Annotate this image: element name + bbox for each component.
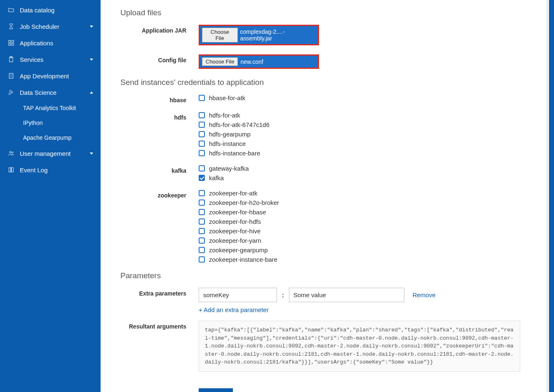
svg-rect-0 bbox=[9, 40, 11, 42]
checkbox-label: zookeeper-for-hive bbox=[209, 228, 261, 235]
sidebar-item-event-log[interactable]: Event Log bbox=[0, 162, 101, 178]
jar-file-name: complexdag-2....-assembly.jar bbox=[240, 28, 316, 42]
checkbox-label: hdfs-instance bbox=[209, 140, 246, 147]
sidebar-item-label: App Development bbox=[20, 73, 69, 80]
choose-file-conf-button[interactable]: Choose File bbox=[202, 57, 238, 66]
checkbox-hbase-for-atk[interactable] bbox=[199, 95, 205, 101]
extra-parameters-label: Extra parameters bbox=[120, 288, 186, 297]
param-value-input[interactable] bbox=[289, 288, 404, 302]
sidebar-item-label: User management bbox=[20, 150, 70, 157]
folder-icon bbox=[7, 6, 15, 14]
checkbox-label: zookeeper-instance-bare bbox=[209, 256, 277, 263]
cred-group-label-kafka: kafka bbox=[120, 165, 186, 174]
choose-file-jar-button[interactable]: Choose File bbox=[202, 28, 238, 42]
chevron-down-icon bbox=[90, 59, 93, 61]
sidebar-item-data-catalog[interactable]: Data catalog bbox=[0, 2, 101, 18]
scroll-down-arrow-icon[interactable]: ▼ bbox=[549, 385, 553, 392]
checkbox-zookeeper-for-atk[interactable] bbox=[199, 190, 205, 196]
svg-rect-3 bbox=[12, 43, 14, 45]
sidebar-subitem-tap-analytics-toolkit[interactable]: TAP Analytics Toolkit bbox=[0, 101, 101, 115]
param-colon: : bbox=[279, 292, 286, 298]
checkbox-zookeeper-for-hbase[interactable] bbox=[199, 209, 205, 215]
hourglass-icon bbox=[7, 23, 15, 30]
cred-group-label-hbase: hbase bbox=[120, 94, 186, 103]
chevron-down-icon bbox=[90, 153, 93, 155]
users-icon bbox=[7, 150, 15, 157]
resultant-arguments-box: tap={"kafka":[{"label":"kafka","name":"k… bbox=[199, 321, 520, 372]
scroll-up-arrow-icon[interactable]: ▲ bbox=[549, 0, 553, 7]
checkbox-hdfs-for-atk[interactable] bbox=[199, 112, 205, 118]
sidebar-item-user-management[interactable]: User management bbox=[0, 145, 101, 162]
svg-rect-1 bbox=[12, 40, 14, 42]
remove-param-link[interactable]: Remove bbox=[413, 291, 436, 298]
checkbox-label: hdfs-for-atk-6747c1d6 bbox=[209, 121, 270, 128]
checkbox-zookeeper-for-hive[interactable] bbox=[199, 228, 205, 234]
checkbox-label: gateway-kafka bbox=[209, 165, 249, 172]
checkbox-label: hdfs-for-atk bbox=[209, 112, 240, 119]
checkbox-hdfs-for-atk-6747c1d6[interactable] bbox=[199, 122, 205, 128]
credentials-heading: Send instances' credentials to applicati… bbox=[120, 78, 524, 87]
sidebar-item-label: Job Scheduler bbox=[20, 23, 59, 30]
checkbox-hdfs-instance-bare[interactable] bbox=[199, 150, 205, 156]
sidebar-item-services[interactable]: Services bbox=[0, 51, 101, 68]
add-param-link[interactable]: + Add an extra parameter bbox=[199, 306, 269, 313]
checkbox-zookeeper-for-h2o-broker[interactable] bbox=[199, 200, 205, 206]
checkbox-label: zookeeper-for-atk bbox=[209, 190, 258, 197]
param-key-input[interactable] bbox=[199, 288, 277, 302]
checkbox-label: kafka bbox=[209, 174, 224, 181]
cred-group-label-hdfs: hdfs bbox=[120, 112, 186, 121]
checkbox-kafka[interactable] bbox=[199, 175, 205, 181]
checkbox-label: hdfs-instance-bare bbox=[209, 150, 260, 157]
checkbox-label: zookeeper-for-h2o-broker bbox=[209, 199, 279, 206]
sidebar-item-label: Services bbox=[20, 56, 44, 63]
sidebar-item-label: Data catalog bbox=[20, 7, 54, 14]
checkbox-label: zookeeper-for-yarn bbox=[209, 237, 261, 244]
deploy-button[interactable]: Deploy bbox=[199, 388, 233, 392]
application-jar-label: Application JAR bbox=[120, 25, 186, 34]
svg-point-8 bbox=[12, 152, 13, 153]
checkbox-label: hbase-for-atk bbox=[209, 94, 245, 101]
application-jar-filebox[interactable]: Choose File complexdag-2....-assembly.ja… bbox=[199, 25, 319, 45]
main-content: Upload files Application JAR Choose File… bbox=[101, 0, 549, 392]
sidebar-subitem-ipython[interactable]: IPython bbox=[0, 115, 101, 130]
svg-point-7 bbox=[9, 151, 11, 153]
parameters-heading: Parameters bbox=[120, 271, 524, 280]
sidebar-item-app-development[interactable]: App Development bbox=[0, 68, 101, 84]
checkbox-label: hdfs-gearpump bbox=[209, 131, 251, 138]
sidebar-item-data-science[interactable]: Data Science bbox=[0, 84, 101, 101]
checkbox-label: zookeeper-for-hbase bbox=[209, 209, 266, 216]
page-scrollbar[interactable]: ▲ ▼ bbox=[547, 0, 554, 392]
chevron-down-icon bbox=[90, 26, 93, 28]
checkbox-zookeeper-gearpump[interactable] bbox=[199, 247, 205, 253]
grid-icon bbox=[7, 39, 15, 47]
wrench-icon bbox=[7, 89, 15, 96]
checkbox-hdfs-gearpump[interactable] bbox=[199, 131, 205, 137]
clipboard-icon bbox=[7, 56, 15, 63]
checkbox-zookeeper-instance-bare[interactable] bbox=[199, 256, 205, 263]
conf-file-name: new.conf bbox=[240, 59, 263, 65]
checkbox-zookeeper-for-hdfs[interactable] bbox=[199, 218, 205, 225]
sidebar-subitem-apache-gearpump[interactable]: Apache Gearpump bbox=[0, 130, 101, 145]
config-file-filebox[interactable]: Choose File new.conf bbox=[199, 54, 319, 69]
upload-files-heading: Upload files bbox=[120, 8, 524, 17]
checkbox-label: zookeeper-gearpump bbox=[209, 246, 268, 254]
sidebar-item-label: Data Science bbox=[20, 89, 56, 96]
book-icon bbox=[7, 166, 15, 174]
svg-rect-2 bbox=[9, 43, 11, 45]
sidebar-item-job-scheduler[interactable]: Job Scheduler bbox=[0, 18, 101, 35]
checkbox-label: zookeeper-for-hdfs bbox=[209, 218, 261, 225]
svg-rect-6 bbox=[9, 73, 13, 78]
sidebar-item-applications[interactable]: Applications bbox=[0, 35, 101, 51]
chevron-up-icon bbox=[90, 92, 93, 94]
sidebar-item-label: Event Log bbox=[20, 167, 48, 174]
sidebar: Data catalogJob SchedulerApplicationsSer… bbox=[0, 0, 101, 392]
building-icon bbox=[7, 72, 15, 80]
checkbox-hdfs-instance[interactable] bbox=[199, 141, 205, 147]
checkbox-zookeeper-for-yarn[interactable] bbox=[199, 237, 205, 244]
sidebar-item-label: Applications bbox=[20, 40, 53, 47]
config-file-label: Config file bbox=[120, 54, 186, 63]
checkbox-gateway-kafka[interactable] bbox=[199, 165, 205, 171]
cred-group-label-zookeeper: zookeeper bbox=[120, 190, 186, 199]
resultant-arguments-label: Resultant arguments bbox=[120, 321, 186, 330]
